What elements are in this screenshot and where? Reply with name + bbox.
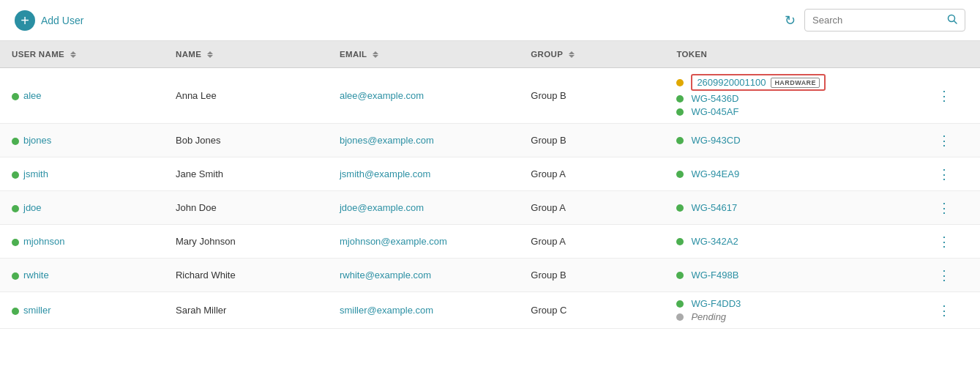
hardware-badge: HARDWARE [771, 78, 820, 88]
token-row: WG-F4DD3 [676, 298, 908, 309]
token-link[interactable]: WG-F4DD3 [691, 298, 741, 309]
token-status-dot [676, 171, 684, 178]
action-cell: ⋮ [920, 259, 980, 292]
name-cell: Mary Johnson [164, 225, 328, 259]
email-cell: jdoe@example.com [328, 191, 519, 225]
status-dot [12, 138, 19, 145]
col-header-group[interactable]: GROUP [519, 41, 665, 68]
username-link[interactable]: bjones [23, 135, 51, 146]
token-link[interactable]: 2609920001100 [697, 77, 766, 88]
token-cell: WG-94EA9 [665, 157, 919, 191]
table-row: mjohnsonMary Johnsonmjohnson@example.com… [0, 225, 980, 259]
username-cell: jdoe [0, 191, 164, 225]
token-link[interactable]: WG-5436D [691, 93, 738, 104]
token-link[interactable]: WG-045AF [691, 106, 738, 117]
username-link[interactable]: mjohnson [23, 236, 64, 247]
email-cell: rwhite@example.com [328, 259, 519, 292]
username-cell: bjones [0, 124, 164, 157]
token-status-dot [676, 108, 684, 116]
username-link[interactable]: rwhite [23, 270, 49, 281]
token-link[interactable]: WG-94EA9 [691, 168, 739, 179]
token-row: 2609920001100HARDWARE [676, 74, 908, 91]
col-header-token: TOKEN [665, 41, 919, 68]
row-action-button[interactable]: ⋮ [932, 131, 957, 150]
action-cell: ⋮ [920, 292, 980, 329]
group-cell: Group A [519, 225, 665, 259]
token-status-dot [676, 95, 684, 103]
row-action-button[interactable]: ⋮ [932, 165, 957, 184]
username-cell: smiller [0, 292, 164, 329]
name-cell: Richard White [164, 259, 328, 292]
refresh-icon: ↻ [785, 12, 796, 29]
col-header-username[interactable]: USER NAME [0, 41, 164, 68]
token-status-dot [676, 272, 684, 279]
token-row: WG-54617 [676, 202, 908, 213]
token-row: WG-94EA9 [676, 168, 908, 179]
refresh-button[interactable]: ↻ [785, 12, 796, 29]
row-action-button[interactable]: ⋮ [932, 232, 957, 251]
status-dot [12, 93, 19, 100]
username-link[interactable]: alee [23, 90, 42, 101]
email-cell: smiller@example.com [328, 292, 519, 329]
token-link[interactable]: WG-F498B [691, 270, 738, 281]
add-icon: + [15, 10, 35, 31]
action-cell: ⋮ [920, 157, 980, 191]
svg-line-1 [954, 21, 957, 24]
name-cell: Anna Lee [164, 68, 328, 124]
action-cell: ⋮ [920, 124, 980, 157]
add-user-label: Add User [41, 15, 83, 26]
row-action-button[interactable]: ⋮ [932, 301, 957, 320]
username-link[interactable]: jsmith [23, 168, 48, 179]
username-link[interactable]: jdoe [23, 202, 42, 213]
status-dot [12, 308, 19, 315]
token-link[interactable]: WG-943CD [691, 135, 740, 146]
search-box [804, 9, 965, 31]
email-cell: mjohnson@example.com [328, 225, 519, 259]
name-cell: Sarah Miller [164, 292, 328, 329]
table-row: rwhiteRichard Whiterwhite@example.comGro… [0, 259, 980, 292]
add-user-button[interactable]: + Add User [15, 10, 83, 31]
toolbar-right: ↻ [785, 9, 965, 31]
col-header-action [920, 41, 980, 68]
token-row: Pending [676, 311, 908, 322]
email-cell: alee@example.com [328, 68, 519, 124]
token-status-dot [676, 79, 684, 86]
sort-icon-group [569, 51, 575, 58]
token-status-dot [676, 204, 684, 212]
token-status-dot [676, 238, 684, 245]
token-link[interactable]: WG-342A2 [691, 236, 738, 247]
token-row: WG-342A2 [676, 236, 908, 247]
username-cell: mjohnson [0, 225, 164, 259]
username-cell: rwhite [0, 259, 164, 292]
token-status-dot [676, 300, 684, 308]
row-action-button[interactable]: ⋮ [932, 266, 957, 285]
token-cell: WG-342A2 [665, 225, 919, 259]
col-header-name[interactable]: NAME [164, 41, 328, 68]
action-cell: ⋮ [920, 225, 980, 259]
row-action-button[interactable]: ⋮ [932, 198, 957, 218]
username-link[interactable]: smiller [23, 305, 51, 316]
col-header-email[interactable]: EMAIL [328, 41, 519, 68]
token-status-dot [676, 313, 684, 321]
status-dot [12, 171, 19, 179]
table-row: jdoeJohn Doejdoe@example.comGroup AWG-54… [0, 191, 980, 225]
token-cell: WG-54617 [665, 191, 919, 225]
token-status-dot [676, 137, 684, 144]
token-highlight-box: 2609920001100HARDWARE [691, 74, 826, 91]
table-row: bjonesBob Jonesbjones@example.comGroup B… [0, 124, 980, 157]
search-icon[interactable] [947, 14, 957, 26]
token-link[interactable]: WG-54617 [691, 202, 737, 213]
group-cell: Group A [519, 157, 665, 191]
status-dot [12, 239, 19, 246]
table-row: aleeAnna Leealee@example.comGroup B26099… [0, 68, 980, 124]
group-cell: Group B [519, 68, 665, 124]
name-cell: Jane Smith [164, 157, 328, 191]
user-table: USER NAME NAME EMAIL [0, 41, 980, 329]
row-action-button[interactable]: ⋮ [932, 86, 957, 105]
search-input[interactable] [812, 15, 943, 26]
table-row: jsmithJane Smithjsmith@example.comGroup … [0, 157, 980, 191]
name-cell: Bob Jones [164, 124, 328, 157]
table-header: USER NAME NAME EMAIL [0, 41, 980, 68]
email-cell: bjones@example.com [328, 124, 519, 157]
token-cell: WG-F4DD3Pending [665, 292, 919, 329]
